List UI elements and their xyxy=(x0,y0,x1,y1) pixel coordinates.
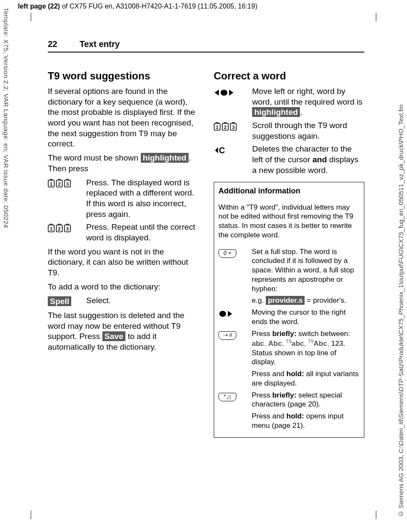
definition-text: Deletes the character to the left of the… xyxy=(252,144,364,175)
highlighted-label: highlighted xyxy=(252,107,300,117)
paragraph: If several options are found in the dict… xyxy=(48,86,198,149)
definition-row: Spell Select. xyxy=(48,295,198,307)
definition-row: Press and hold: opens input menu (page 2… xyxy=(218,412,360,430)
spacer xyxy=(218,369,252,388)
definition-text: Press and hold: all input variants are d… xyxy=(252,369,360,388)
keycap-label: * △ xyxy=(218,393,236,401)
definition-row: 1 2 3 Press. Repeat until the correct wo… xyxy=(48,222,198,243)
svg-text:C: C xyxy=(219,146,225,155)
text: switch between: xyxy=(297,330,350,338)
t9-cycle-icon: 1 2 3 xyxy=(214,120,252,141)
definition-row: C Deletes the character to the left of t… xyxy=(214,144,364,175)
paragraph: To add a word to the dictionary: xyxy=(48,282,198,292)
definition-text: Scroll through the T9 word suggestions a… xyxy=(252,120,364,141)
heading-correct-word: Correct a word xyxy=(214,70,364,82)
definition-row: 1 2 3 Scroll through the T9 word suggest… xyxy=(214,120,364,141)
svg-text:1: 1 xyxy=(50,226,52,231)
definition-text: Press. Repeat until the correct word is … xyxy=(86,222,198,243)
definition-row: * △ Press briefly: select special charac… xyxy=(218,391,360,409)
definition-row: e.g. provider.s = provider's. xyxy=(218,296,360,305)
keycap-label: ⇢ # xyxy=(218,331,236,340)
definition-row: Moving the cursor to the right ends the … xyxy=(218,308,360,327)
example-highlight: provider.s xyxy=(266,296,305,305)
keycap-label: 0 + xyxy=(218,249,236,258)
left-margin-text: Template: X75, Version 2.2; VAR Language… xyxy=(3,8,10,228)
svg-text:2: 2 xyxy=(224,125,227,130)
svg-text:1: 1 xyxy=(50,181,52,187)
svg-marker-24 xyxy=(228,311,232,317)
t9-cycle-icon: 1 2 3 xyxy=(48,222,86,243)
right-column: Correct a word Move left or right, word … xyxy=(214,64,364,438)
paragraph: The word must be shown highlighted. Then… xyxy=(48,153,198,174)
save-badge: Save xyxy=(102,331,125,341)
paragraph: If the word you want is not in the dicti… xyxy=(48,247,198,278)
definition-row: 0 + Set a full stop. The word is conclud… xyxy=(218,247,360,294)
section-title: Text entry xyxy=(79,39,119,49)
definition-text: Press briefly: switch between: abc, Abc,… xyxy=(252,329,360,367)
text-bold: briefly: xyxy=(272,391,297,399)
definition-text: Select. xyxy=(86,295,198,307)
spell-badge: Spell xyxy=(48,296,71,306)
svg-text:3: 3 xyxy=(66,181,69,187)
banner-prefix: left page (22) xyxy=(18,3,60,10)
text: = provider's. xyxy=(305,296,346,304)
info-title: Additional information xyxy=(218,187,360,196)
svg-marker-21 xyxy=(215,147,218,153)
svg-point-23 xyxy=(219,311,226,317)
key-0-icon: 0 + xyxy=(218,247,252,294)
banner-line: left page (22) of CX75 FUG en, A31008-H7… xyxy=(18,3,257,10)
spacer xyxy=(218,296,252,305)
definition-row: Press and hold: all input variants are d… xyxy=(218,369,360,388)
crop-mark xyxy=(367,13,376,21)
spell-label: Spell xyxy=(48,295,86,307)
t9-cycle-icon: 1 2 3 xyxy=(48,178,86,220)
text: Press and xyxy=(252,370,286,378)
svg-text:2: 2 xyxy=(58,226,61,231)
text-bold: hold: xyxy=(286,412,304,420)
key-hash-icon: ⇢ # xyxy=(218,329,252,367)
definition-text: Press briefly: select special characters… xyxy=(252,391,360,409)
text-bold: and xyxy=(313,155,327,164)
svg-point-13 xyxy=(221,90,227,96)
svg-text:2: 2 xyxy=(58,181,61,187)
svg-text:3: 3 xyxy=(66,226,69,231)
paragraph: The last suggestion is deleted and the w… xyxy=(48,310,198,353)
delete-key-icon: C xyxy=(214,144,252,175)
nav-right-icon xyxy=(218,308,252,327)
definition-text: Moving the cursor to the right ends the … xyxy=(252,308,360,327)
right-margin-text: © Siemens AG 2003, C:\Daten_itl\Siemens\… xyxy=(397,14,404,517)
text: . xyxy=(300,108,302,117)
additional-info-box: Additional information Within a "T9 word… xyxy=(214,182,364,438)
text: The word must be shown xyxy=(48,153,141,162)
heading-t9-suggestions: T9 word suggestions xyxy=(48,70,198,82)
svg-text:3: 3 xyxy=(232,125,235,130)
highlighted-label: highlighted xyxy=(141,153,189,163)
svg-marker-12 xyxy=(215,90,219,96)
text: Press and xyxy=(252,412,286,420)
definition-text: e.g. provider.s = provider's. xyxy=(252,296,360,305)
definition-text: Move left or right, word by word, until … xyxy=(252,86,364,118)
crop-mark xyxy=(31,13,40,21)
paragraph: Within a "T9 word", individual letters m… xyxy=(218,203,360,240)
page-header: 22 Text entry xyxy=(48,39,364,53)
key-star-icon: * △ xyxy=(218,391,252,409)
page-number: 22 xyxy=(48,39,78,49)
definition-row: ⇢ # Press briefly: switch between: abc, … xyxy=(218,329,360,367)
left-column: T9 word suggestions If several options a… xyxy=(48,64,198,438)
nav-left-right-icon xyxy=(214,86,252,118)
definition-row: 1 2 3 Press. The displayed word is repla… xyxy=(48,178,198,220)
text: Move left or right, word by word, until … xyxy=(252,87,363,106)
definition-text: Press. The displayed word is replaced wi… xyxy=(86,178,198,220)
definition-row: Move left or right, word by word, until … xyxy=(214,86,364,118)
banner-rest: of CX75 FUG en, A31008-H7420-A1-1-7619 (… xyxy=(60,3,258,10)
crop-mark xyxy=(31,511,40,519)
text: Press xyxy=(252,330,272,338)
spacer xyxy=(218,412,252,430)
text: Press xyxy=(252,391,272,399)
definition-text: Press and hold: opens input menu (page 2… xyxy=(252,412,360,430)
text: e.g. xyxy=(252,296,266,304)
crop-mark xyxy=(367,511,376,519)
svg-marker-14 xyxy=(229,90,233,96)
definition-text: Set a full stop. The word is concluded i… xyxy=(252,247,360,294)
svg-text:1: 1 xyxy=(216,125,218,130)
